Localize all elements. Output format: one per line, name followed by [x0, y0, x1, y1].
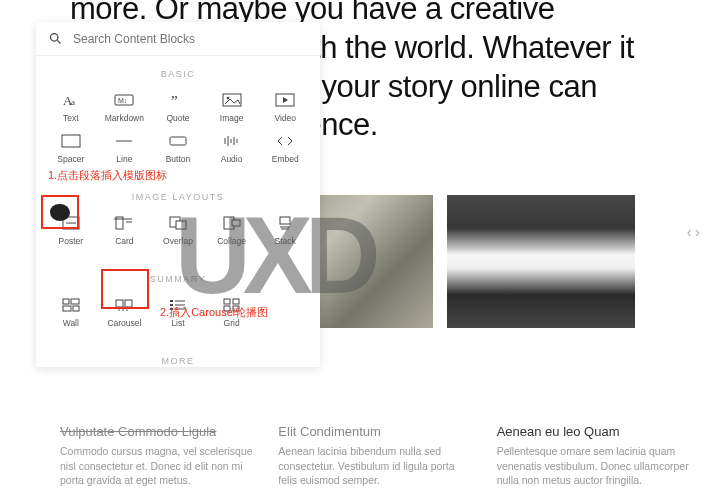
block-label: Card	[115, 236, 133, 246]
card-body: Commodo cursus magna, vel scelerisque ni…	[60, 444, 253, 488]
block-audio[interactable]: Audio	[205, 128, 259, 169]
block-label: Image	[220, 113, 244, 123]
block-label: Video	[274, 113, 296, 123]
block-markdown[interactable]: M↓Markdown	[98, 87, 152, 128]
svg-point-38	[123, 309, 125, 311]
svg-rect-33	[63, 306, 71, 311]
svg-text:”: ”	[171, 93, 178, 108]
block-line[interactable]: Line	[98, 128, 152, 169]
card: Elit Condimentum Aenean lacinia bibendum…	[278, 424, 471, 488]
block-label: Quote	[166, 113, 189, 123]
block-label: Embed	[272, 154, 299, 164]
block-text[interactable]: AaText	[44, 87, 98, 128]
card-title: Aenean eu leo Quam	[497, 424, 690, 439]
block-label: Text	[63, 113, 79, 123]
text-icon: Aa	[61, 92, 81, 108]
block-label: Line	[116, 154, 132, 164]
block-wall[interactable]: Wall	[44, 292, 98, 333]
block-label: Wall	[63, 318, 79, 328]
block-label: Poster	[59, 236, 84, 246]
search-row	[36, 22, 320, 56]
svg-point-37	[119, 309, 121, 311]
markdown-icon: M↓	[114, 92, 134, 108]
block-label: Spacer	[57, 154, 84, 164]
svg-point-39	[127, 309, 129, 311]
button-icon	[168, 133, 188, 149]
block-button[interactable]: Button	[151, 128, 205, 169]
svg-rect-13	[170, 137, 186, 145]
svg-line-1	[57, 40, 60, 43]
block-video[interactable]: Video	[258, 87, 312, 128]
svg-text:a: a	[71, 97, 75, 107]
card: Aenean eu leo Quam Pellentesque ornare s…	[497, 424, 690, 488]
annotation-2: 2.插入Carousel轮播图	[160, 305, 268, 320]
card-body: Pellentesque ornare sem lacinia quam ven…	[497, 444, 690, 488]
svg-point-8	[226, 97, 229, 100]
watermark: UXD	[175, 192, 373, 318]
svg-rect-34	[73, 306, 79, 311]
svg-marker-10	[283, 97, 288, 103]
card-body: Aenean lacinia bibendum nulla sed consec…	[278, 444, 471, 488]
image-icon	[222, 92, 242, 108]
embed-icon	[275, 133, 295, 149]
card-icon	[114, 215, 134, 231]
block-image[interactable]: Image	[205, 87, 259, 128]
thumb-image[interactable]	[447, 195, 635, 328]
svg-text:M↓: M↓	[118, 97, 127, 104]
quote-icon: ”	[168, 92, 188, 108]
block-label: Carousel	[107, 318, 141, 328]
block-label: Audio	[221, 154, 243, 164]
search-input[interactable]	[73, 32, 308, 46]
card-title: Elit Condimentum	[278, 424, 471, 439]
block-label: Markdown	[105, 113, 144, 123]
svg-point-0	[51, 34, 59, 42]
section-header-more: MORE	[36, 343, 320, 367]
card: Vulputate Commodo Ligula Commodo cursus …	[60, 424, 253, 488]
video-icon	[275, 92, 295, 108]
audio-icon	[222, 133, 242, 149]
wall-icon	[61, 297, 81, 313]
chevron-right-icon[interactable]: ›	[695, 224, 700, 240]
annotation-1: 1.点击段落插入模版图标	[48, 168, 167, 183]
search-icon	[48, 31, 63, 46]
svg-rect-11	[62, 135, 80, 147]
insert-cursor-icon[interactable]	[50, 204, 70, 221]
thumb-col	[447, 195, 635, 337]
carousel-nav: ‹ ›	[687, 224, 700, 240]
spacer-icon	[61, 133, 81, 149]
svg-rect-32	[71, 299, 79, 304]
block-quote[interactable]: ”Quote	[151, 87, 205, 128]
line-icon	[114, 133, 134, 149]
block-embed[interactable]: Embed	[258, 128, 312, 169]
svg-rect-31	[63, 299, 69, 304]
section-header-basic: BASIC	[36, 56, 320, 83]
card-title: Vulputate Commodo Ligula	[60, 424, 253, 439]
annotation-box-2	[101, 269, 149, 309]
chevron-left-icon[interactable]: ‹	[687, 224, 692, 240]
block-card[interactable]: Card	[98, 210, 152, 251]
block-spacer[interactable]: Spacer	[44, 128, 98, 169]
block-label: Button	[166, 154, 191, 164]
